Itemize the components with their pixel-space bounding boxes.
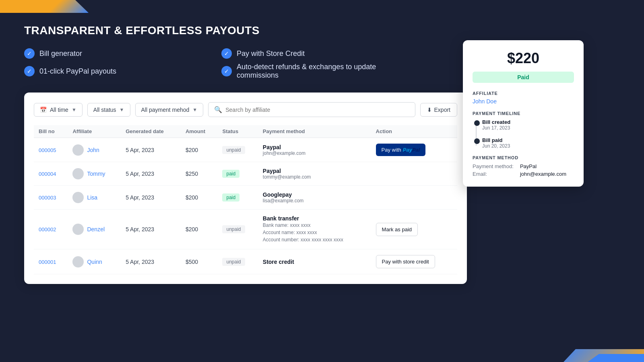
method-email: lisa@example.com xyxy=(263,198,366,204)
payment-method-filter[interactable]: All payment mehod ▼ xyxy=(135,103,204,117)
detail-status-bar: Paid xyxy=(473,72,574,83)
payment-method-cell: Paypal tommy@example.com xyxy=(263,168,366,180)
avatar xyxy=(72,224,84,235)
timeline-dot-paid xyxy=(474,138,480,144)
payment-method-section-label: PAYMENT METHOD xyxy=(473,155,574,160)
col-generated-date: Generated date xyxy=(121,125,181,138)
method-name: Googlepay xyxy=(263,191,366,198)
method-details: Bank name: xxxx xxxx Account name: xxxx … xyxy=(263,222,366,243)
amount: $250 xyxy=(181,162,218,186)
search-icon: 🔍 xyxy=(214,106,222,113)
timeline-event-created: Bill created xyxy=(482,119,574,125)
chevron-down-icon-status: ▼ xyxy=(120,107,124,113)
avatar xyxy=(72,168,84,179)
affiliate-name: Denzel xyxy=(87,226,105,232)
bill-no-link[interactable]: 000004 xyxy=(39,171,56,177)
method-email: tommy@example.com xyxy=(263,174,366,180)
timeline-event-paid: Bill paid xyxy=(482,137,574,143)
bill-no-link[interactable]: 000003 xyxy=(39,195,56,201)
timeline-item-paid: Bill paid Jun 20, 2023 xyxy=(482,137,574,149)
table-row: 000003 Lisa 5 Apr, 2023 $200 paid Google… xyxy=(34,186,457,210)
generated-date: 5 Apr, 2023 xyxy=(121,138,181,162)
affiliate-name: Lisa xyxy=(87,194,97,201)
affiliate-cell: Tommy xyxy=(72,168,116,179)
feature-paypal-payouts: ✓ 01-click PayPal payouts xyxy=(24,63,189,80)
pay-with-paypal-button[interactable]: Pay with PayPal xyxy=(376,144,426,156)
payment-timeline: Bill created Jun 17, 2023 Bill paid Jun … xyxy=(473,119,574,149)
features-grid: ✓ Bill generator ✓ Pay with Store Credit… xyxy=(24,48,386,80)
status-badge: paid xyxy=(222,170,239,178)
col-bill-no: Bill no xyxy=(34,125,68,138)
payment-method-cell: Bank transfer Bank name: xxxx xxxx Accou… xyxy=(263,215,366,243)
avatar xyxy=(72,144,84,156)
action-cell xyxy=(371,162,457,186)
avatar xyxy=(72,192,84,203)
generated-date: 5 Apr, 2023 xyxy=(121,249,181,274)
bill-no-link[interactable]: 000002 xyxy=(39,226,56,232)
feature-paypal-payouts-label: 01-click PayPal payouts xyxy=(39,67,116,76)
check-icon-bill-generator: ✓ xyxy=(24,48,35,59)
affiliate-cell: Quinn xyxy=(72,256,116,267)
email-key: Email: xyxy=(473,171,514,177)
status-filter[interactable]: All status ▼ xyxy=(87,103,130,117)
time-filter[interactable]: 📅 All time ▼ xyxy=(34,103,83,117)
feature-auto-detect: ✓ Auto-detect refunds & exchanges to upd… xyxy=(221,63,386,80)
download-icon: ⬇ xyxy=(427,107,432,113)
avatar xyxy=(72,256,84,267)
mark-as-paid-button[interactable]: Mark as paid xyxy=(376,223,418,236)
affiliate-section-label: AFFILIATE xyxy=(473,91,574,96)
timeline-date-paid: Jun 20, 2023 xyxy=(482,143,574,149)
export-button[interactable]: ⬇ Export xyxy=(420,103,457,117)
status-badge: paid xyxy=(222,193,239,202)
payment-method-key: Payment method: xyxy=(473,163,514,169)
payment-timeline-label: PAYMENT TIMELINE xyxy=(473,111,574,116)
feature-auto-detect-label: Auto-detect refunds & exchanges to updat… xyxy=(237,63,386,80)
bill-no-link[interactable]: 000001 xyxy=(39,259,56,265)
payment-method-cell: Googlepay lisa@example.com xyxy=(263,191,366,204)
col-status: Status xyxy=(217,125,258,138)
affiliate-cell: Lisa xyxy=(72,192,116,203)
feature-pay-store-credit: ✓ Pay with Store Credit xyxy=(221,48,386,59)
timeline-date-created: Jun 17, 2023 xyxy=(482,125,574,131)
detail-amount: $220 xyxy=(473,50,574,67)
search-wrap: 🔍 xyxy=(208,102,415,117)
table-card: 📅 All time ▼ All status ▼ All payment me… xyxy=(24,93,467,284)
chevron-down-icon-payment: ▼ xyxy=(192,107,197,113)
calendar-icon: 📅 xyxy=(40,107,47,113)
amount: $200 xyxy=(181,138,218,162)
amount: $500 xyxy=(181,249,218,274)
paypal-logo: PayPal xyxy=(403,147,420,153)
col-affiliate: Affiliate xyxy=(68,125,121,138)
chevron-down-icon: ▼ xyxy=(72,107,76,113)
generated-date: 5 Apr, 2023 xyxy=(121,210,181,249)
timeline-dot-created xyxy=(474,120,480,126)
generated-date: 5 Apr, 2023 xyxy=(121,162,181,186)
affiliate-name: Tommy xyxy=(87,171,105,177)
detail-panel: $220 Paid AFFILIATE John Doe PAYMENT TIM… xyxy=(463,40,584,187)
affiliate-name: John xyxy=(87,147,99,153)
payment-method-filter-label: All payment mehod xyxy=(141,107,190,113)
data-table: Bill no Affiliate Generated date Amount … xyxy=(34,125,457,274)
status-filter-label: All status xyxy=(93,107,116,113)
payment-method-cell: Paypal john@example.com xyxy=(263,144,366,156)
search-input[interactable] xyxy=(225,107,409,113)
accent-top-left xyxy=(0,0,89,13)
col-payment-method: Payment method xyxy=(258,125,371,138)
check-icon-paypal-payouts: ✓ xyxy=(24,66,35,76)
method-name: Paypal xyxy=(263,168,366,174)
bill-no-link[interactable]: 000005 xyxy=(39,147,56,153)
feature-bill-generator-label: Bill generator xyxy=(39,49,82,58)
method-name: Bank transfer xyxy=(263,215,366,222)
status-badge: unpaid xyxy=(222,146,245,154)
method-name: Store credit xyxy=(263,259,366,265)
check-icon-pay-store-credit: ✓ xyxy=(221,48,232,59)
status-badge: unpaid xyxy=(222,258,245,266)
detail-payment-grid: Payment method: PayPal Email: john@examp… xyxy=(473,163,574,177)
amount: $200 xyxy=(181,210,218,249)
timeline-item-created: Bill created Jun 17, 2023 xyxy=(482,119,574,131)
payment-method-value: PayPal xyxy=(520,163,574,169)
table-row: 000004 Tommy 5 Apr, 2023 $250 paid Paypa… xyxy=(34,162,457,186)
pay-with-store-credit-button[interactable]: Pay with store credit xyxy=(376,255,435,268)
filters-row: 📅 All time ▼ All status ▼ All payment me… xyxy=(34,102,457,117)
action-cell xyxy=(371,186,457,210)
